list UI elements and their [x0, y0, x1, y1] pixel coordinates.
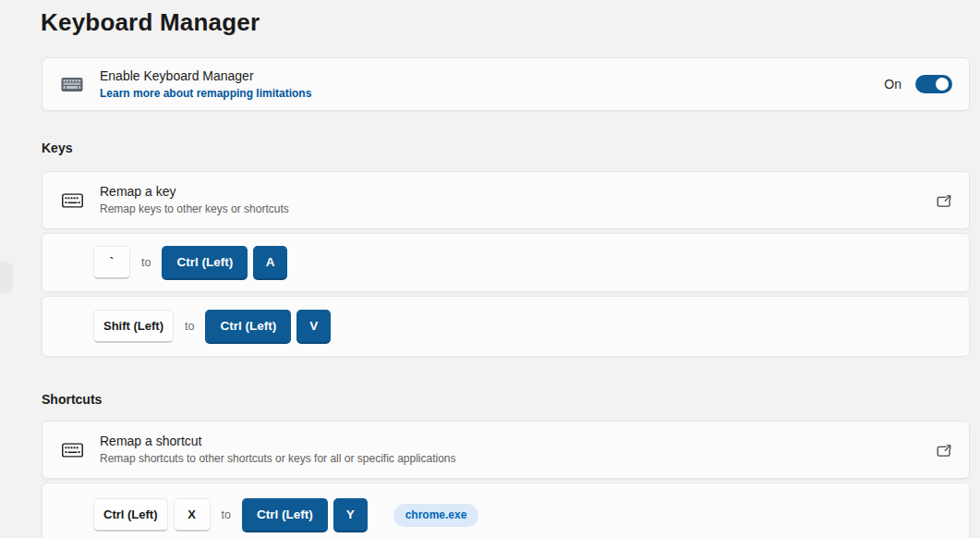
page-title: Keyboard Manager: [41, 6, 970, 39]
remapping-limitations-link[interactable]: Learn more about remapping limitations: [100, 87, 311, 101]
target-key-chip: Ctrl (Left): [205, 310, 291, 344]
enable-keyboard-manager-card: Enable Keyboard Manager Learn more about…: [42, 57, 970, 111]
key-mapping-row: ` to Ctrl (Left) A: [42, 233, 970, 292]
to-label: to: [222, 508, 231, 521]
left-edge-panel-fragment: [0, 262, 13, 294]
key-mapping-row: Shift (Left) to Ctrl (Left) V: [42, 296, 970, 357]
open-new-window-icon: [936, 192, 952, 209]
remap-key-title: Remap a key: [100, 184, 925, 200]
shortcuts-section-header: Shortcuts: [42, 390, 970, 409]
enable-card-title: Enable Keyboard Manager: [100, 68, 884, 84]
enable-toggle[interactable]: [915, 75, 952, 93]
keyboard-outline-icon: [61, 193, 83, 208]
remap-shortcut-subtitle: Remap shortcuts to other shortcuts or ke…: [100, 452, 925, 466]
toggle-state-label: On: [884, 77, 901, 92]
remap-a-shortcut-card[interactable]: Remap a shortcut Remap shortcuts to othe…: [42, 421, 970, 479]
target-app-badge: chrome.exe: [393, 504, 479, 527]
keyboard-manager-page: Keyboard Manager Enable Keyboard Manager…: [0, 0, 980, 538]
to-label: to: [141, 256, 151, 269]
keys-section-header: Keys: [42, 139, 970, 157]
launch-remap-shortcut-button[interactable]: [936, 442, 952, 459]
open-new-window-icon: [936, 442, 952, 459]
remap-a-key-card[interactable]: Remap a key Remap keys to other keys or …: [42, 171, 970, 229]
source-key-chip: Shift (Left): [93, 310, 174, 343]
toggle-knob: [936, 78, 949, 91]
target-key-chip: V: [296, 310, 331, 344]
target-key-chip: Y: [333, 498, 368, 532]
keyboard-outline-icon: [61, 443, 83, 458]
remap-key-subtitle: Remap keys to other keys or shortcuts: [100, 202, 925, 216]
source-key-chip: `: [93, 246, 130, 279]
source-key-chip: X: [174, 498, 211, 532]
to-label: to: [185, 320, 194, 333]
target-key-chip: A: [253, 246, 287, 280]
launch-remap-key-button[interactable]: [936, 192, 952, 209]
target-key-chip: Ctrl (Left): [162, 246, 248, 280]
source-key-chip: Ctrl (Left): [93, 498, 168, 532]
shortcut-mapping-row: Ctrl (Left) X to Ctrl (Left) Y chrome.ex…: [42, 483, 970, 538]
target-key-chip: Ctrl (Left): [242, 498, 328, 532]
keyboard-filled-icon: [61, 77, 83, 92]
remap-shortcut-title: Remap a shortcut: [100, 434, 925, 449]
